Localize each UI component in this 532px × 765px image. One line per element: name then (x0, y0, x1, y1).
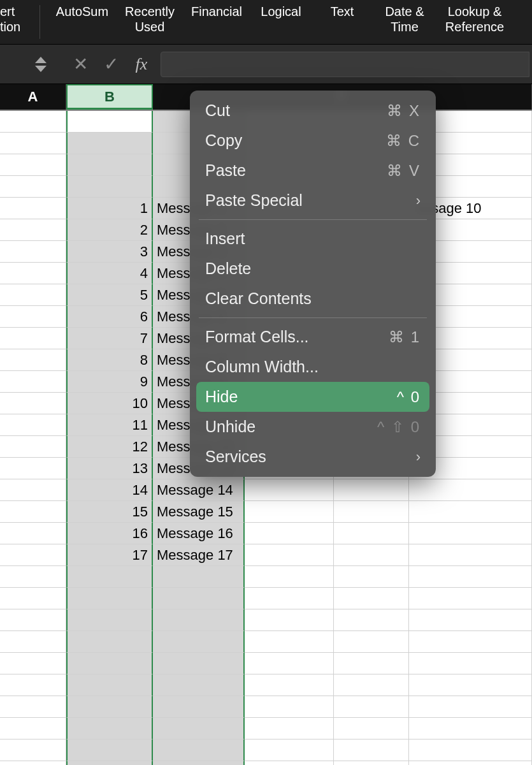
cell[interactable] (153, 588, 245, 609)
cell[interactable] (0, 696, 66, 718)
name-box-stepper[interactable] (28, 57, 54, 72)
cell[interactable] (0, 241, 66, 263)
ribbon-item-lookup-reference[interactable]: Lookup & Reference (436, 0, 513, 44)
cell[interactable] (245, 740, 334, 761)
cell[interactable] (0, 588, 66, 609)
cell[interactable] (153, 609, 245, 631)
cell[interactable] (66, 631, 153, 653)
cell[interactable]: 3 (66, 241, 153, 263)
ribbon-item-financial[interactable]: Financial (183, 0, 250, 44)
ribbon-item-recently-used[interactable]: Recently Used (117, 0, 183, 44)
cell[interactable] (66, 653, 153, 674)
cell[interactable] (245, 609, 334, 631)
cell[interactable] (0, 674, 66, 696)
cell[interactable] (409, 501, 532, 523)
cell[interactable] (0, 544, 66, 566)
cell[interactable] (409, 566, 532, 588)
cell[interactable] (0, 328, 66, 349)
cell[interactable] (0, 263, 66, 284)
menu-item-hide[interactable]: Hide^ 0 (196, 382, 429, 412)
cell[interactable] (334, 588, 409, 609)
cell[interactable] (334, 718, 409, 740)
menu-item-paste[interactable]: Paste⌘ V (190, 156, 436, 186)
cell[interactable] (0, 631, 66, 653)
cell[interactable] (409, 696, 532, 718)
cell[interactable] (153, 761, 245, 765)
cell[interactable] (245, 501, 334, 523)
cell[interactable] (66, 761, 153, 765)
cell[interactable] (0, 761, 66, 765)
cell[interactable]: 6 (66, 306, 153, 328)
ribbon-item-date-time[interactable]: Date & Time (373, 0, 436, 44)
cell[interactable] (66, 609, 153, 631)
cell[interactable] (0, 740, 66, 761)
cell[interactable] (0, 523, 66, 544)
cell[interactable]: 13 (66, 458, 153, 479)
cell[interactable] (245, 544, 334, 566)
cell[interactable]: 9 (66, 371, 153, 393)
cell[interactable]: 16 (66, 523, 153, 544)
cell[interactable] (409, 653, 532, 674)
cell[interactable]: 17 (66, 544, 153, 566)
cell[interactable]: 2 (66, 219, 153, 241)
cell[interactable] (0, 219, 66, 241)
cell[interactable] (245, 761, 334, 765)
cell[interactable] (0, 198, 66, 219)
cell[interactable] (0, 414, 66, 436)
cell[interactable]: 12 (66, 436, 153, 458)
cell[interactable] (409, 609, 532, 631)
cell[interactable] (334, 696, 409, 718)
cell[interactable]: Message 14 (153, 479, 245, 501)
cell[interactable] (245, 653, 334, 674)
cell[interactable] (0, 306, 66, 328)
cell[interactable]: 11 (66, 414, 153, 436)
cell[interactable] (66, 111, 153, 133)
ribbon-item-text[interactable]: Text (312, 0, 373, 44)
cell[interactable] (334, 566, 409, 588)
cell[interactable]: 14 (66, 479, 153, 501)
menu-item-cut[interactable]: Cut⌘ X (190, 96, 436, 126)
cell[interactable] (66, 566, 153, 588)
cell[interactable] (409, 588, 532, 609)
menu-item-unhide[interactable]: Unhide^ ⇧ 0 (190, 412, 436, 442)
cell[interactable] (0, 653, 66, 674)
fx-label[interactable]: fx (126, 55, 157, 74)
cell[interactable] (409, 761, 532, 765)
cell[interactable] (334, 479, 409, 501)
cell[interactable] (245, 479, 334, 501)
cell[interactable]: 10 (66, 393, 153, 414)
cell[interactable] (0, 718, 66, 740)
menu-item-format-cells[interactable]: Format Cells...⌘ 1 (190, 322, 436, 352)
cell[interactable] (0, 609, 66, 631)
cell[interactable] (245, 523, 334, 544)
cell[interactable] (245, 696, 334, 718)
confirm-icon[interactable]: ✓ (96, 54, 126, 75)
cell[interactable] (0, 566, 66, 588)
cell[interactable] (0, 458, 66, 479)
menu-item-delete[interactable]: Delete (190, 254, 436, 284)
cell[interactable] (0, 111, 66, 133)
cell[interactable]: 7 (66, 328, 153, 349)
menu-item-services[interactable]: Services› (190, 442, 436, 472)
cell[interactable] (0, 154, 66, 176)
cell[interactable]: Message 16 (153, 523, 245, 544)
cell[interactable] (334, 544, 409, 566)
cell[interactable] (0, 371, 66, 393)
cell[interactable] (334, 674, 409, 696)
cell[interactable] (153, 631, 245, 653)
cell[interactable] (66, 133, 153, 154)
menu-item-insert[interactable]: Insert (190, 224, 436, 254)
cell[interactable] (334, 501, 409, 523)
cell[interactable] (66, 674, 153, 696)
cell[interactable] (245, 631, 334, 653)
cell[interactable] (0, 436, 66, 458)
formula-input[interactable] (161, 52, 529, 77)
menu-item-clear-contents[interactable]: Clear Contents (190, 284, 436, 314)
cell[interactable] (409, 718, 532, 740)
cell[interactable] (409, 523, 532, 544)
cell[interactable] (153, 674, 245, 696)
col-header-b[interactable]: B (66, 84, 153, 110)
cell[interactable] (334, 609, 409, 631)
ribbon-item-logical[interactable]: Logical (250, 0, 312, 44)
cell[interactable] (245, 566, 334, 588)
